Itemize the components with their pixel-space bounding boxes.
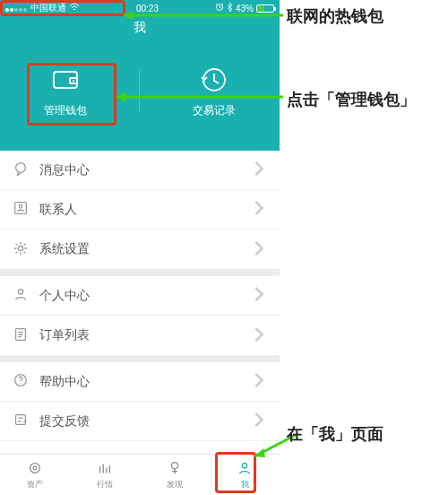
manage-wallet-button[interactable]: 管理钱包	[30, 57, 101, 126]
status-bar: 中国联通 00:23 43%	[0, 0, 280, 16]
svg-point-7	[19, 204, 22, 208]
tab-market[interactable]: 行情	[70, 455, 140, 495]
chevron-right-icon	[251, 161, 267, 179]
row-label: 帮助中心	[39, 374, 90, 390]
tab-me[interactable]: 我	[210, 455, 280, 495]
carrier-label: 中国联通	[30, 2, 66, 14]
row-label: 消息中心	[39, 162, 90, 178]
svg-point-14	[30, 463, 40, 473]
list-icon	[13, 326, 29, 345]
annotation-text: 联网的热钱包	[287, 5, 383, 27]
row-label: 系统设置	[39, 241, 90, 257]
annotation-text: 点击「管理钱包」	[287, 90, 439, 110]
signal-dots-icon	[5, 4, 28, 13]
discover-icon	[167, 460, 183, 478]
row-label: 提交反馈	[39, 413, 90, 430]
assets-icon	[27, 460, 43, 478]
row-label: 个人中心	[39, 288, 90, 304]
chevron-right-icon	[251, 240, 267, 259]
chevron-right-icon	[251, 326, 267, 345]
alarm-icon	[215, 3, 224, 13]
svg-rect-1	[54, 72, 77, 88]
tab-bar: 资产 行情 发现 我	[0, 454, 280, 495]
wifi-icon	[69, 3, 80, 13]
svg-point-17	[242, 463, 246, 467]
divider	[139, 70, 140, 113]
bluetooth-icon	[227, 3, 233, 13]
svg-point-5	[16, 163, 26, 173]
phone-frame: 中国联通 00:23 43% 我 管理钱包	[0, 0, 280, 495]
tab-label: 我	[241, 479, 249, 491]
transaction-history-button[interactable]: 交易记录	[178, 57, 250, 126]
history-icon	[199, 65, 229, 98]
page-title: 我	[0, 16, 280, 36]
message-icon	[13, 161, 29, 179]
svg-point-8	[18, 246, 22, 250]
menu-orders[interactable]: 订单列表	[0, 316, 280, 355]
tab-label: 行情	[97, 479, 113, 491]
menu-contacts[interactable]: 联系人	[0, 190, 280, 230]
gear-icon	[13, 240, 29, 259]
clock: 00:23	[136, 4, 159, 13]
contacts-icon	[13, 200, 29, 219]
tab-label: 资产	[27, 479, 43, 491]
menu-settings[interactable]: 系统设置	[0, 230, 280, 269]
tab-assets[interactable]: 资产	[0, 455, 70, 495]
help-icon	[13, 372, 29, 391]
menu-messages[interactable]: 消息中心	[0, 151, 280, 190]
user-icon	[13, 286, 29, 305]
svg-point-9	[18, 290, 22, 294]
header: 我 管理钱包 交易记录	[0, 16, 280, 151]
chart-icon	[97, 460, 113, 478]
row-label: 联系人	[39, 202, 77, 218]
user-icon	[237, 460, 253, 478]
svg-point-16	[171, 462, 177, 468]
battery-pct: 43%	[236, 4, 254, 13]
menu-section-2: 个人中心 订单列表	[0, 269, 280, 355]
menu-profile[interactable]: 个人中心	[0, 276, 280, 316]
action-label: 管理钱包	[44, 103, 87, 118]
feedback-icon	[13, 412, 29, 430]
menu-section-1: 消息中心 联系人 系统设置	[0, 151, 280, 269]
tab-label: 发现	[167, 479, 183, 491]
battery-icon	[256, 4, 274, 13]
svg-point-15	[33, 466, 37, 470]
svg-point-3	[73, 80, 74, 82]
action-label: 交易记录	[193, 103, 236, 118]
chevron-right-icon	[251, 372, 267, 391]
menu-help[interactable]: 帮助中心	[0, 362, 280, 402]
chevron-right-icon	[251, 286, 267, 305]
row-label: 订单列表	[39, 327, 90, 343]
tab-discover[interactable]: 发现	[140, 455, 210, 495]
chevron-right-icon	[251, 200, 267, 219]
menu-feedback[interactable]: 提交反馈	[0, 402, 280, 441]
annotation-text: 在「我」页面	[287, 423, 383, 445]
svg-rect-12	[16, 415, 26, 425]
wallet-icon	[50, 65, 81, 98]
chevron-right-icon	[251, 412, 267, 430]
